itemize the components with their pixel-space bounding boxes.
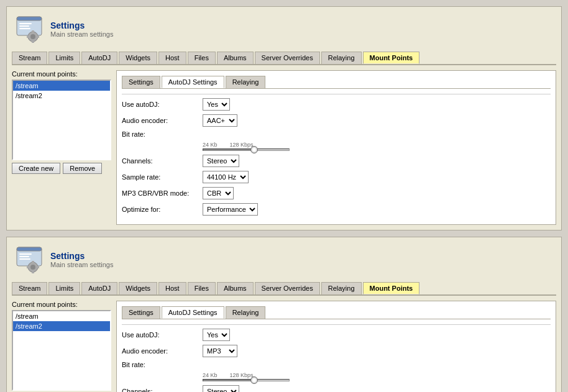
panel-2-mount-points-panel: Current mount points: /stream /stream2 C…	[12, 301, 111, 392]
tab-server-overrides-2[interactable]: Server Overrides	[255, 282, 320, 294]
tab-files-1[interactable]: Files	[188, 52, 216, 64]
panel-1-list-item-0[interactable]: /stream	[13, 81, 110, 91]
panel-2-channels-select[interactable]: Stereo Mono	[203, 385, 239, 392]
svg-rect-1	[17, 17, 42, 21]
panel-1-slider-thumb[interactable]	[250, 146, 258, 153]
panel-2-divider	[122, 324, 551, 325]
panel-2-channels-control: Stereo Mono	[203, 385, 239, 392]
panel-2-slider-label-24: 24 Kb	[203, 372, 218, 378]
sub-tab-relaying-2[interactable]: Relaying	[226, 306, 266, 319]
sub-tab-autodj-settings-1[interactable]: AutoDJ Settings	[162, 76, 224, 88]
panel-2-audio-encoder-label: Audio encoder:	[122, 347, 203, 355]
panel-1-use-autodj-control: Yes No	[203, 98, 230, 111]
panel-1-sample-rate-select[interactable]: 44100 Hz 22050 Hz	[203, 171, 249, 183]
svg-rect-20	[27, 266, 29, 268]
panel-1-list-box[interactable]: /stream /stream2	[12, 80, 111, 160]
panel-2-list-item-0[interactable]: /stream	[13, 311, 110, 321]
panel-1-sample-rate-label: Sample rate:	[122, 173, 203, 181]
tab-autodj-2[interactable]: AutoDJ	[81, 282, 117, 294]
panel-1: Settings Main stream settings Stream Lim…	[6, 6, 562, 230]
panel-1-channels-row: Channels: Stereo Mono	[122, 155, 551, 167]
panel-2-audio-encoder-control: MP3 AAC+ OGG	[203, 345, 237, 357]
tab-albums-2[interactable]: Albums	[217, 282, 254, 294]
svg-point-17	[30, 265, 35, 270]
tab-files-2[interactable]: Files	[188, 282, 216, 294]
panel-2-use-autodj-control: Yes No	[203, 329, 230, 341]
tab-stream-1[interactable]: Stream	[12, 52, 47, 64]
panel-2-use-autodj-label: Use autoDJ:	[122, 331, 203, 339]
panel-1-subtitle: Main stream settings	[50, 30, 113, 38]
tab-stream-2[interactable]: Stream	[12, 282, 47, 294]
tab-widgets-2[interactable]: Widgets	[119, 282, 157, 294]
svg-rect-13	[19, 253, 32, 255]
panel-2-bitrate-row: Bit rate: 24 Kb 128 Kbps	[122, 361, 551, 381]
panel-1-sub-tab-bar: Settings AutoDJ Settings Relaying	[122, 76, 551, 89]
tab-autodj-1[interactable]: AutoDJ	[81, 52, 117, 64]
panel-1-title: Settings	[50, 21, 113, 30]
tab-relaying-2[interactable]: Relaying	[321, 282, 362, 294]
panel-1-list-item-1[interactable]: /stream2	[13, 91, 110, 101]
panel-1-settings-panel: Settings AutoDJ Settings Relaying Use au…	[116, 70, 556, 225]
tab-host-1[interactable]: Host	[158, 52, 186, 64]
sub-tab-relaying-1[interactable]: Relaying	[226, 76, 266, 88]
panel-2-mount-points-label: Current mount points:	[12, 301, 111, 308]
panel-1-create-btn[interactable]: Create new	[12, 163, 60, 174]
tab-limits-2[interactable]: Limits	[48, 282, 80, 294]
tab-limits-1[interactable]: Limits	[48, 52, 80, 64]
panel-1-bitrate-row: Bit rate: 24 Kb 128 Kbps	[122, 130, 551, 151]
svg-rect-14	[19, 256, 29, 257]
panel-1-bitrate-label: Bit rate:	[122, 130, 203, 138]
svg-rect-19	[32, 271, 34, 273]
panel-1-remove-btn[interactable]: Remove	[63, 163, 102, 174]
tab-mount-points-2[interactable]: Mount Points	[363, 282, 420, 294]
svg-rect-12	[17, 247, 42, 251]
panel-1-audio-encoder-select[interactable]: AAC+ MP3 OGG	[203, 114, 237, 127]
panel-1-content: Current mount points: /stream /stream2 C…	[12, 70, 556, 225]
tab-host-2[interactable]: Host	[158, 282, 186, 294]
panel-1-use-autodj-select[interactable]: Yes No	[203, 98, 230, 111]
panel-1-bitrate-label-row: Bit rate:	[122, 130, 551, 138]
panel-2-channels-label: Channels:	[122, 388, 203, 392]
panel-1-optimize-row: Optimize for: Performance Quality	[122, 203, 551, 216]
panel-1-audio-encoder-control: AAC+ MP3 OGG	[203, 114, 237, 127]
panel-1-use-autodj-row: Use autoDJ: Yes No	[122, 98, 551, 111]
panel-1-tab-bar: Stream Limits AutoDJ Widgets Host Files …	[12, 52, 556, 65]
panel-1-mp3-cbr-control: CBR VBR	[203, 187, 234, 199]
tab-relaying-1[interactable]: Relaying	[321, 52, 362, 64]
panel-2-slider-thumb[interactable]	[250, 376, 258, 384]
panel-1-optimize-label: Optimize for:	[122, 206, 203, 213]
sub-tab-autodj-settings-2[interactable]: AutoDJ Settings	[162, 306, 224, 319]
panel-1-channels-select[interactable]: Stereo Mono	[203, 155, 239, 167]
panel-1-slider[interactable]	[203, 148, 290, 151]
panel-1-sample-rate-row: Sample rate: 44100 Hz 22050 Hz	[122, 171, 551, 183]
panel-1-mount-points-panel: Current mount points: /stream /stream2 C…	[12, 70, 111, 225]
panel-2-audio-encoder-select[interactable]: MP3 AAC+ OGG	[203, 345, 237, 357]
panel-1-slider-label-128: 128 Kbps	[230, 142, 254, 148]
panel-1-channels-control: Stereo Mono	[203, 155, 239, 167]
panel-1-slider-container	[203, 148, 551, 151]
panel-2-title: Settings	[50, 251, 113, 261]
panel-2-audio-encoder-row: Audio encoder: MP3 AAC+ OGG	[122, 345, 551, 357]
panel-2-sub-tab-bar: Settings AutoDJ Settings Relaying	[122, 306, 551, 319]
panel-2-use-autodj-select[interactable]: Yes No	[203, 329, 230, 341]
panel-1-mp3-cbr-select[interactable]: CBR VBR	[203, 187, 234, 199]
svg-rect-2	[19, 23, 32, 24]
tab-albums-1[interactable]: Albums	[217, 52, 254, 64]
panel-1-header: Settings Main stream settings	[12, 12, 556, 47]
panel-1-list-buttons: Create new Remove	[12, 163, 111, 174]
tab-server-overrides-1[interactable]: Server Overrides	[255, 52, 320, 64]
panel-2-list-item-1[interactable]: /stream2	[13, 321, 110, 331]
panel-1-optimize-select[interactable]: Performance Quality	[203, 203, 258, 216]
svg-rect-18	[32, 261, 34, 263]
sub-tab-settings-1[interactable]: Settings	[122, 76, 160, 88]
panel-2-list-box[interactable]: /stream /stream2	[12, 310, 111, 391]
panel-1-divider	[122, 94, 551, 94]
sub-tab-settings-2[interactable]: Settings	[122, 306, 160, 319]
tab-widgets-1[interactable]: Widgets	[119, 52, 157, 64]
panel-2-channels-row: Channels: Stereo Mono	[122, 385, 551, 392]
panel-2-use-autodj-row: Use autoDJ: Yes No	[122, 329, 551, 341]
panel-2: Settings Main stream settings Stream Lim…	[6, 237, 562, 392]
svg-rect-9	[27, 35, 29, 38]
panel-2-slider[interactable]	[203, 379, 290, 381]
tab-mount-points-1[interactable]: Mount Points	[363, 52, 420, 64]
